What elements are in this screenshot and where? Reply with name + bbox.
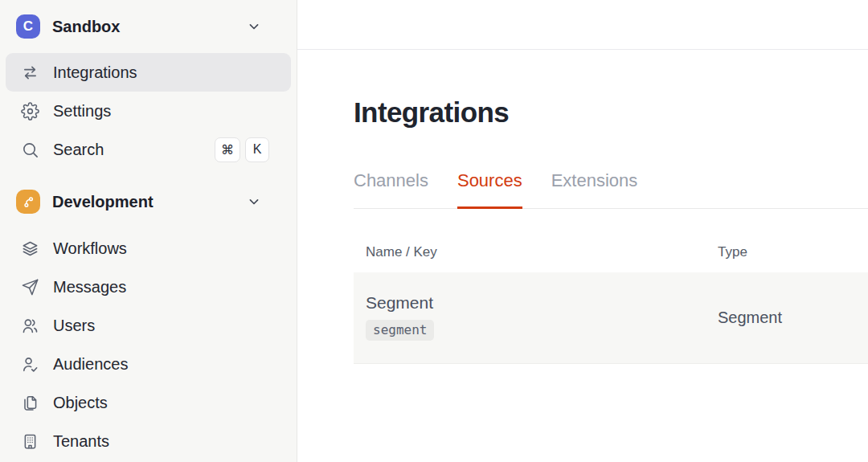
sidebar-item-workflows[interactable]: Workflows xyxy=(6,229,291,268)
workspace-logo-letter: C xyxy=(23,18,33,35)
column-header-name-key: Name / Key xyxy=(354,244,718,260)
search-shortcut: ⌘ K xyxy=(215,137,269,162)
workspace-name: Sandbox xyxy=(52,18,120,36)
integrations-tabs: Channels Sources Extensions xyxy=(354,170,868,209)
section-name: Development xyxy=(52,193,154,211)
sidebar-item-objects[interactable]: Objects xyxy=(6,383,291,422)
search-icon xyxy=(20,140,39,159)
source-name-cell: Segment segment xyxy=(354,282,718,354)
tab-extensions[interactable]: Extensions xyxy=(551,170,638,208)
paper-plane-icon xyxy=(20,277,39,296)
copy-pages-icon xyxy=(20,393,39,412)
table-row[interactable]: Segment segment Segment xyxy=(354,272,868,364)
transfer-arrows-icon xyxy=(20,63,39,82)
building-icon xyxy=(20,431,39,451)
page-title: Integrations xyxy=(354,95,868,130)
sidebar-item-messages[interactable]: Messages xyxy=(6,268,291,306)
command-key: ⌘ xyxy=(215,137,240,162)
column-header-type: Type xyxy=(718,244,868,260)
two-users-icon xyxy=(20,316,39,335)
sidebar: C Sandbox Integrations Settings Search xyxy=(0,0,297,462)
sidebar-item-label: Objects xyxy=(53,394,108,412)
k-key: K xyxy=(245,137,269,162)
git-branch-icon xyxy=(16,190,40,214)
integrations-page: Integrations Channels Sources Extensions… xyxy=(297,50,868,364)
sidebar-item-audiences[interactable]: Audiences xyxy=(6,345,291,383)
user-check-icon xyxy=(20,354,39,374)
source-key-badge: segment xyxy=(366,320,434,341)
sidebar-item-search[interactable]: Search ⌘ K xyxy=(6,130,291,169)
sidebar-item-label: Messages xyxy=(53,278,126,296)
sidebar-item-label: Settings xyxy=(53,102,111,121)
sidebar-item-integrations[interactable]: Integrations xyxy=(6,53,291,92)
source-name: Segment xyxy=(366,293,718,313)
sidebar-item-label: Tenants xyxy=(53,432,109,451)
sidebar-item-tenants[interactable]: Tenants xyxy=(6,422,291,460)
workspace-logo-c: C xyxy=(16,14,40,39)
sidebar-item-settings[interactable]: Settings xyxy=(6,92,291,130)
tab-sources[interactable]: Sources xyxy=(457,170,522,208)
main-area: Integrations Channels Sources Extensions… xyxy=(297,0,868,462)
sidebar-item-label: Audiences xyxy=(53,355,128,374)
sidebar-item-label: Search xyxy=(53,141,104,159)
table-header: Name / Key Type xyxy=(354,209,868,272)
sidebar-item-label: Users xyxy=(53,317,95,335)
sidebar-item-label: Workflows xyxy=(53,239,127,258)
chevron-down-icon xyxy=(246,18,262,35)
top-bar xyxy=(297,0,868,50)
sidebar-item-users[interactable]: Users xyxy=(6,306,291,345)
layers-icon xyxy=(20,239,39,258)
chevron-down-icon xyxy=(246,194,262,210)
sidebar-item-label: Integrations xyxy=(53,63,137,82)
source-type-cell: Segment xyxy=(718,309,868,327)
gear-icon xyxy=(20,101,39,121)
tab-channels[interactable]: Channels xyxy=(354,170,428,208)
workspace-switcher[interactable]: C Sandbox xyxy=(6,7,291,46)
sidebar-section-development[interactable]: Development xyxy=(6,182,291,221)
